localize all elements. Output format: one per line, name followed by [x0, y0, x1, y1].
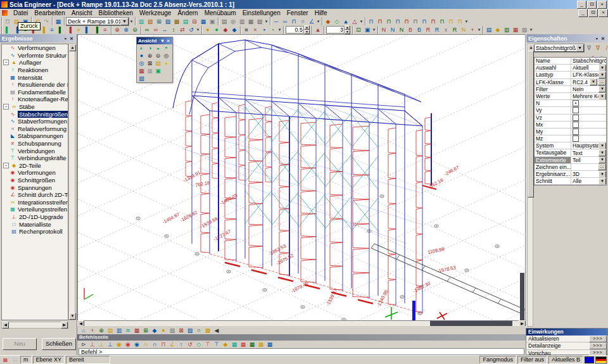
tree-item-resultierende-der-reaktionen[interactable]: ↑Resultierende der Reaktione: [2, 81, 68, 89]
icon[interactable]: ∠: [168, 341, 177, 348]
icon[interactable]: R: [424, 26, 433, 34]
mdi-restore-icon[interactable]: ⊡: [588, 9, 598, 17]
icon[interactable]: ▥: [137, 18, 146, 25]
icon[interactable]: ▧: [168, 327, 177, 334]
icon[interactable]: ▦: [256, 341, 265, 348]
tree-item-verbindungen[interactable]: ⊤Verbindungen: [2, 147, 68, 154]
property-row-mx[interactable]: Mx: [535, 122, 606, 129]
current-layer-cell[interactable]: Aktuelles B: [548, 356, 583, 364]
icon[interactable]: ↑: [177, 341, 186, 348]
menu-hilfe[interactable]: Hilfe: [312, 9, 331, 16]
project-window-icon[interactable]: ▦: [54, 18, 63, 25]
fangmodus-cell[interactable]: Fangmodus: [479, 356, 516, 364]
icon[interactable]: ⊞: [155, 18, 163, 25]
scale-spinner[interactable]: 0.5▲▼: [286, 26, 310, 34]
property-row-vy[interactable]: Vy: [535, 107, 606, 114]
icon[interactable]: ●: [203, 26, 212, 34]
frame-icon[interactable]: ⊓: [455, 18, 464, 25]
icon[interactable]: ▐: [65, 26, 74, 34]
frame-icon[interactable]: ⊓: [411, 18, 420, 25]
icon[interactable]: ×: [251, 26, 260, 34]
tree-item-rechenprotokoll[interactable]: ▤Rechenprotokoll: [2, 228, 68, 235]
support-icon[interactable]: ⊥: [97, 341, 106, 348]
icon[interactable]: +: [88, 327, 97, 334]
menu-datei[interactable]: Datei: [10, 9, 31, 16]
icon[interactable]: ⊞: [141, 327, 150, 334]
icon[interactable]: ⊗: [122, 26, 130, 34]
neu-button[interactable]: Neu: [3, 338, 37, 350]
scrollbar-track[interactable]: [84, 321, 519, 326]
pin-icon[interactable]: ▪: [593, 35, 600, 42]
chevron-down-icon[interactable]: ▼: [598, 149, 606, 156]
frame-icon[interactable]: ⊓: [446, 18, 455, 25]
view-front-icon[interactable]: ◐: [137, 44, 146, 52]
filter-status-icon[interactable]: ▦: [1, 356, 10, 363]
icon[interactable]: ⊤: [212, 341, 221, 348]
property-row-mz[interactable]: Mz: [535, 135, 606, 142]
toolbar-overflow-icon[interactable]: ▾: [529, 27, 533, 32]
property-value[interactable]: Alle▼: [571, 178, 606, 184]
toolbar-overflow-icon[interactable]: ▾: [277, 27, 282, 32]
layer-status-icon[interactable]: □: [11, 356, 19, 363]
zoom-selection-icon[interactable]: ⊠: [146, 60, 154, 67]
toolbar-overflow-icon[interactable]: ▾: [464, 19, 469, 24]
scroll-left-icon[interactable]: ◀: [212, 327, 221, 334]
icon[interactable]: ▨: [186, 327, 194, 334]
tree-item-auflager[interactable]: −▲Auflager: [2, 59, 68, 66]
frame-icon[interactable]: ⊓: [420, 18, 429, 25]
icon[interactable]: ∩: [141, 341, 150, 348]
view-side-icon[interactable]: ◑: [146, 44, 154, 52]
icon[interactable]: ◇: [332, 18, 341, 25]
tree-item-staebe[interactable]: −═Stäbe: [2, 103, 68, 111]
count-spinner[interactable]: 3▲▼: [326, 26, 350, 34]
clip-icon[interactable]: ▣: [154, 67, 162, 75]
chevron-down-icon[interactable]: ▼: [598, 142, 606, 149]
property-row-schnitt[interactable]: SchnittAlle▼: [535, 178, 606, 185]
checkbox[interactable]: [573, 115, 579, 121]
command-input[interactable]: Befehl >: [79, 348, 524, 355]
line-icon[interactable]: ─: [272, 18, 281, 25]
circle-icon[interactable]: ○: [298, 18, 307, 25]
zoom-in-icon[interactable]: ⊕: [146, 52, 154, 60]
project-combo[interactable]: Deck + Rampe 19.01▼: [66, 17, 129, 26]
render-off-icon[interactable]: ▦: [146, 67, 154, 75]
icon[interactable]: ▫: [269, 26, 277, 34]
spinner-value[interactable]: 3: [326, 26, 345, 34]
schliessen-button[interactable]: Schließen: [42, 338, 76, 350]
close-icon[interactable]: ×: [597, 1, 607, 9]
property-row-ergebnisanz-[interactable]: Ergebnisanz...3D▼: [535, 171, 606, 178]
icon[interactable]: ≡: [74, 26, 83, 34]
property-value[interactable]: ▪: [571, 100, 606, 106]
spin-down-icon[interactable]: ▼: [304, 30, 310, 34]
tree-item-fundamenttabelle[interactable]: ▤Fundamenttabelle: [2, 89, 68, 96]
mdi-close-icon[interactable]: ×: [598, 9, 608, 17]
render-icon[interactable]: ▦: [137, 67, 146, 75]
icon[interactable]: ↺: [187, 26, 196, 34]
menu-bibliotheken[interactable]: Bibliotheken: [96, 9, 136, 16]
chevron-down-icon[interactable]: ▼: [120, 18, 129, 25]
icon[interactable]: ◆: [230, 26, 239, 34]
property-value[interactable]: Aktuell▼: [571, 65, 606, 71]
result-n-icon[interactable]: N: [388, 26, 397, 34]
redo-icon[interactable]: ↷: [42, 18, 51, 25]
icon[interactable]: ▐: [92, 26, 101, 34]
property-row-vz[interactable]: Vz: [535, 115, 606, 122]
tree-item-materialliste[interactable]: □Materialliste: [2, 220, 68, 228]
icon[interactable]: ○: [194, 327, 203, 334]
icon[interactable]: ▨: [163, 18, 172, 25]
toolbar-overflow-icon[interactable]: ▾: [359, 19, 364, 24]
icon[interactable]: ⊡: [354, 26, 363, 34]
close-icon[interactable]: ×: [600, 35, 606, 42]
hinge-icon[interactable]: ◉: [132, 341, 141, 348]
scrollbar-thumb[interactable]: [528, 51, 534, 198]
property-value[interactable]: Hauptsystem▼: [571, 142, 606, 149]
combo-overflow-icon[interactable]: ▾: [129, 19, 134, 24]
toolbar-overflow-icon[interactable]: ▾: [477, 27, 481, 32]
icon[interactable]: ⊕: [97, 327, 106, 334]
polyline-icon[interactable]: ═: [281, 18, 289, 25]
property-value[interactable]: 3D▼: [571, 171, 606, 177]
result-n-icon[interactable]: N: [397, 26, 406, 34]
property-row-textausgabe[interactable]: TextausgabeText▼: [535, 149, 606, 156]
chevron-down-icon[interactable]: ▼: [598, 65, 606, 71]
icon[interactable]: ⇄: [178, 26, 187, 34]
